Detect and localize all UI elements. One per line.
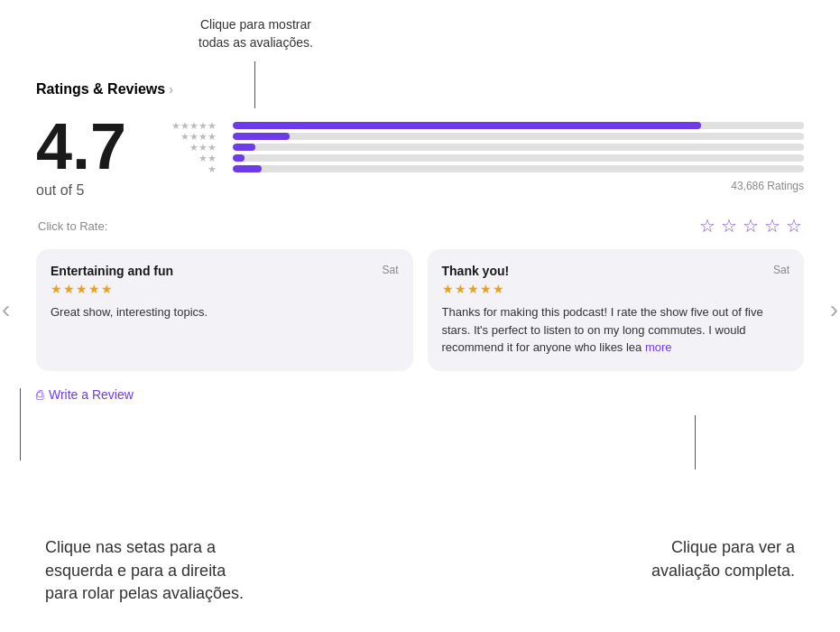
bar-fill-4 bbox=[233, 133, 290, 140]
review-2-title: Thank you! bbox=[442, 264, 510, 278]
review-card-1-header: Entertaining and fun Sat bbox=[51, 264, 399, 278]
stars-stacked: ★★★★★ ★★★★ ★★★ ★★ ★ bbox=[162, 120, 217, 174]
bar-fill-1 bbox=[233, 165, 262, 172]
callout-left: Clique nas setas para a esquerda e para … bbox=[45, 536, 244, 605]
bar-fill-3 bbox=[233, 144, 255, 151]
section-chevron: › bbox=[169, 82, 173, 97]
section-header[interactable]: Ratings & Reviews › bbox=[36, 81, 804, 98]
review-cards-row: ‹ Entertaining and fun Sat ★★★★★ Great s… bbox=[36, 249, 804, 371]
review-2-date: Sat bbox=[773, 264, 789, 276]
callout-line-left bbox=[20, 388, 21, 460]
nav-arrow-right[interactable]: › bbox=[830, 295, 838, 324]
callout-right: Clique para ver a avaliação completa. bbox=[651, 536, 795, 605]
bars-container bbox=[233, 122, 804, 172]
write-review-row: ⎙ Write a Review bbox=[36, 387, 804, 402]
tooltip-top: Clique para mostrar todas as avaliações. bbox=[198, 16, 313, 51]
review-1-title: Entertaining and fun bbox=[51, 264, 173, 278]
main-content: Ratings & Reviews › 4.7 out of 5 ★★★★★ ★… bbox=[36, 81, 804, 402]
rate-star-3[interactable]: ☆ bbox=[743, 215, 759, 237]
big-score: 4.7 bbox=[36, 114, 144, 179]
review-card-1: Entertaining and fun Sat ★★★★★ Great sho… bbox=[36, 249, 413, 371]
review-1-body: Great show, interesting topics. bbox=[51, 303, 399, 321]
bar-row-3 bbox=[233, 144, 804, 151]
review-2-stars: ★★★★★ bbox=[442, 282, 790, 296]
bar-row-2 bbox=[233, 154, 804, 162]
ratings-count: 43,686 Ratings bbox=[162, 180, 804, 192]
rate-star-4[interactable]: ☆ bbox=[764, 215, 780, 237]
rate-star-1[interactable]: ☆ bbox=[699, 215, 715, 237]
review-card-2: Thank you! Sat ★★★★★ Thanks for making t… bbox=[428, 249, 805, 371]
bar-row-5 bbox=[233, 122, 804, 129]
review-2-body: Thanks for making this podcast! I rate t… bbox=[442, 303, 790, 357]
star-bars-section: ★★★★★ ★★★★ ★★★ ★★ ★ bbox=[162, 120, 804, 192]
write-review-link[interactable]: ⎙ Write a Review bbox=[36, 387, 804, 402]
write-review-icon: ⎙ bbox=[36, 387, 43, 402]
click-to-rate-row: Click to Rate: ☆ ☆ ☆ ☆ ☆ bbox=[36, 215, 804, 237]
bar-fill-5 bbox=[233, 122, 701, 129]
rating-summary: 4.7 out of 5 ★★★★★ ★★★★ ★★★ ★★ ★ bbox=[36, 114, 804, 199]
callout-line-right bbox=[695, 415, 696, 469]
click-to-rate-label: Click to Rate: bbox=[38, 219, 107, 233]
review-card-2-header: Thank you! Sat bbox=[442, 264, 790, 278]
write-review-label: Write a Review bbox=[49, 387, 134, 402]
bottom-callouts: Clique nas setas para a esquerda e para … bbox=[36, 536, 804, 605]
star-rating-interactive[interactable]: ☆ ☆ ☆ ☆ ☆ bbox=[699, 215, 802, 237]
big-score-block: 4.7 out of 5 bbox=[36, 114, 144, 199]
review-1-stars: ★★★★★ bbox=[51, 282, 399, 296]
section-title: Ratings & Reviews bbox=[36, 81, 165, 98]
more-link[interactable]: more bbox=[645, 340, 672, 354]
bar-row-1 bbox=[233, 165, 804, 172]
bar-row-4 bbox=[233, 133, 804, 140]
review-1-date: Sat bbox=[382, 264, 398, 276]
rate-star-2[interactable]: ☆ bbox=[721, 215, 737, 237]
rate-star-5[interactable]: ☆ bbox=[786, 215, 802, 237]
out-of: out of 5 bbox=[36, 182, 144, 199]
nav-arrow-left[interactable]: ‹ bbox=[2, 295, 10, 324]
bar-fill-2 bbox=[233, 154, 245, 162]
